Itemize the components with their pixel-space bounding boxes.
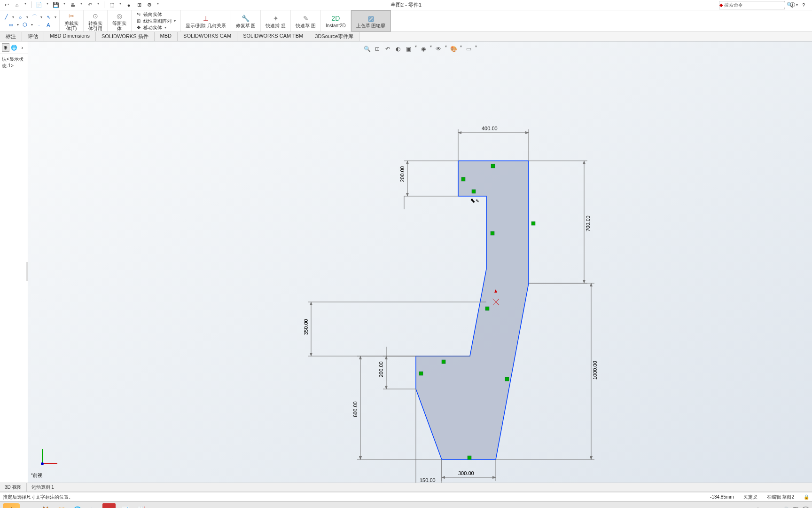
tab-3d-view[interactable]: 3D 视图 xyxy=(0,483,27,492)
mirror-button[interactable]: ⇋镜向实体 xyxy=(135,11,162,18)
trim-button[interactable]: ✂ 剪裁实体(T) xyxy=(62,10,81,32)
quick-access-toolbar: ↩ ⌂▾ 📄▾ 💾▾ 🖶▾ ↶▾ ⬚▾ ● ⊞ ⚙▾ xyxy=(0,1,160,9)
command-search[interactable]: ◆ 🔍▾ xyxy=(719,1,785,9)
user-icon[interactable]: ⓘ xyxy=(789,1,796,9)
tab-mbd-dim[interactable]: MBD Dimensions xyxy=(44,32,96,41)
weather-widget-icon[interactable]: ☀ xyxy=(3,503,20,508)
tab-mbd[interactable]: MBD xyxy=(155,32,178,41)
instant2d-button[interactable]: 2D Instant2D xyxy=(323,13,349,29)
firefox-icon[interactable]: 🦊 xyxy=(39,503,52,508)
command-tab-bar: 标注 评估 MBD Dimensions SOLIDWORKS 插件 MBD S… xyxy=(0,32,812,41)
svg-text:300.00: 300.00 xyxy=(458,470,474,476)
tab-motion-study[interactable]: 运动算例 1 xyxy=(27,483,59,492)
new-icon[interactable]: 📄 xyxy=(35,1,43,9)
svg-text:200.00: 200.00 xyxy=(378,361,384,377)
edge-icon[interactable]: 🌐 xyxy=(70,503,84,508)
system-tray: ⌃ ☁ ⊕ 🔊 万 💬 xyxy=(756,506,809,508)
spline-tool-icon[interactable]: ∿ xyxy=(44,14,53,21)
home-icon[interactable]: ⌂ xyxy=(13,1,21,9)
tab-cam-tbm[interactable]: SOLIDWORKS CAM TBM xyxy=(237,32,309,41)
tray-notify-icon[interactable]: 💬 xyxy=(802,507,809,508)
svg-text:600.00: 600.00 xyxy=(352,401,358,417)
undo-icon[interactable]: ↶ xyxy=(86,1,94,9)
search-input[interactable] xyxy=(723,2,785,8)
rebuild-icon[interactable]: ● xyxy=(125,1,133,9)
tree-tab-more-icon[interactable]: › xyxy=(19,43,26,52)
sketch-canvas: 400.00 200.00 700.00 1000.00 350.00 xyxy=(28,41,812,483)
shaded-contour-button[interactable]: ▨ 上色草 图轮廓 xyxy=(353,13,389,29)
svg-rect-3 xyxy=(491,231,494,235)
tab-annotate[interactable]: 标注 xyxy=(0,32,22,41)
svg-rect-1 xyxy=(461,177,465,181)
options-icon[interactable]: ⊞ xyxy=(135,1,143,9)
explorer-icon[interactable]: 📁 xyxy=(55,503,68,508)
feature-tree-panel: ⊕ 🌐 › 认<显示状态-1> xyxy=(0,41,28,483)
task-view-icon[interactable]: ▤ xyxy=(23,503,36,508)
status-hint: 指定后选择尺寸文字标注的位置。 xyxy=(3,494,710,500)
repair-button[interactable]: 🔧 修复草 图 xyxy=(233,13,259,29)
relations-button[interactable]: ⊥ 显示/删除 几何关系 xyxy=(183,13,229,29)
rapid-sketch-button[interactable]: ✎ 快速草 图 xyxy=(293,13,319,29)
motion-tab-bar: 3D 视图 运动算例 1 xyxy=(0,483,812,492)
move-button[interactable]: ✥移动实体▾ xyxy=(135,24,167,31)
line-tool-icon[interactable]: ╱ xyxy=(2,14,10,21)
circle-tool-icon[interactable]: ○ xyxy=(16,14,24,21)
svg-text:350.00: 350.00 xyxy=(303,319,309,335)
status-mode: 在编辑 草图2 xyxy=(767,494,794,500)
app1-icon[interactable]: ■ xyxy=(102,503,116,508)
tree-tab-feature-icon[interactable]: ⊕ xyxy=(2,43,9,52)
svg-rect-7 xyxy=(419,372,423,375)
save-icon[interactable]: 💾 xyxy=(52,1,60,9)
app3-icon[interactable]: 📈 xyxy=(134,503,148,508)
ribbon: ╱▾ ○▾ ⌒▾ ∿▾ ▭▾ ⬡▾ · A ✂ 剪裁实体(T) ⊙ 转换实体引用… xyxy=(0,10,812,32)
convert-button[interactable]: ⊙ 转换实体引用 xyxy=(86,10,105,32)
svg-rect-2 xyxy=(472,190,476,193)
tab-addins[interactable]: SOLIDWORKS 插件 xyxy=(96,32,155,41)
store-icon[interactable]: 🛍 xyxy=(86,503,100,508)
view-triad xyxy=(38,445,61,468)
svg-text:150.00: 150.00 xyxy=(420,477,436,483)
title-bar: ↩ ⌂▾ 📄▾ 💾▾ 🖶▾ ↶▾ ⬚▾ ● ⊞ ⚙▾ 草图2 - 零件1 ◆ 🔍… xyxy=(0,0,812,10)
svg-rect-4 xyxy=(531,222,535,225)
back-icon[interactable]: ↩ xyxy=(3,1,10,9)
tray-network-icon[interactable]: ⊕ xyxy=(773,507,778,508)
status-bar: 指定后选择尺寸文字标注的位置。 -134.85mm 欠定义 在编辑 草图2 🔒 xyxy=(0,492,812,501)
settings-icon[interactable]: ⚙ xyxy=(146,1,153,9)
tab-3dsource[interactable]: 3DSource零件库 xyxy=(309,32,359,41)
svg-text:1000.00: 1000.00 xyxy=(592,361,598,380)
point-tool-icon[interactable]: · xyxy=(35,21,43,29)
tree-root-item[interactable]: 认<显示状态-1> xyxy=(0,54,28,71)
svg-rect-8 xyxy=(505,377,509,381)
rect-tool-icon[interactable]: ▭ xyxy=(7,21,15,29)
offset-button[interactable]: ◎ 等距实体 xyxy=(109,10,129,32)
status-coord: -134.85mm xyxy=(710,494,734,500)
help-icon[interactable]: ? xyxy=(800,1,807,9)
text-tool-icon[interactable]: A xyxy=(44,21,53,29)
pattern-button[interactable]: ⊞线性草图阵列▾ xyxy=(135,18,177,24)
tab-cam[interactable]: SOLIDWORKS CAM xyxy=(178,32,237,41)
document-title: 草图2 - 零件1 xyxy=(390,1,422,8)
tray-chevron-icon[interactable]: ⌃ xyxy=(756,507,760,508)
print-icon[interactable]: 🖶 xyxy=(69,1,77,9)
view-label: *前视 xyxy=(31,472,42,479)
svg-text:700.00: 700.00 xyxy=(585,215,591,231)
app2-icon[interactable]: 📊 xyxy=(118,503,132,508)
polygon-tool-icon[interactable]: ⬡ xyxy=(21,21,29,29)
tray-ime-icon[interactable]: 万 xyxy=(793,506,798,508)
tray-volume-icon[interactable]: 🔊 xyxy=(782,507,789,508)
windows-taskbar: ☀ ▤ 🦊 📁 🌐 🛍 ■ 📊 📈 ◆ ⌃ ☁ ⊕ 🔊 万 💬 xyxy=(0,501,812,508)
svg-rect-9 xyxy=(468,456,471,460)
select-icon[interactable]: ⬚ xyxy=(108,1,116,9)
search-brand-icon: ◆ xyxy=(719,2,723,8)
status-lock-icon: 🔒 xyxy=(804,494,809,500)
graphics-viewport[interactable]: 🔍 ⊡ ↶ ◐ ▣▾ ◉▾ 👁▾ 🎨▾ ▭▾ xyxy=(28,41,812,483)
snap-button[interactable]: ✦ 快速捕 捉 xyxy=(263,13,289,29)
solidworks-icon[interactable]: ◆ xyxy=(150,503,164,508)
tab-evaluate[interactable]: 评估 xyxy=(22,32,44,41)
tree-tab-config-icon[interactable]: 🌐 xyxy=(10,43,18,52)
svg-text:400.00: 400.00 xyxy=(482,126,498,131)
tray-cloud-icon[interactable]: ☁ xyxy=(764,507,770,508)
svg-point-51 xyxy=(41,462,44,465)
sketch-tools-group: ╱▾ ○▾ ⌒▾ ∿▾ ▭▾ ⬡▾ · A xyxy=(0,10,60,32)
arc-tool-icon[interactable]: ⌒ xyxy=(30,14,39,21)
